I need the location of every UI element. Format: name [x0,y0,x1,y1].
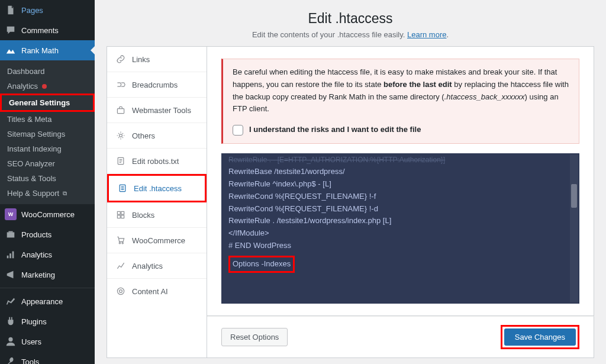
menu-label: Appearance [21,297,63,306]
menu-label: Pages [21,6,43,15]
svg-rect-0 [7,232,15,237]
menu-analytics-wc[interactable]: Analytics [0,244,95,265]
menu-products[interactable]: Products [0,224,95,244]
save-button-highlight: Save Changes [501,325,579,349]
svg-rect-16 [121,211,124,214]
tab-label: WooCommerce [132,236,185,245]
highlighted-code: Options -Indexes [228,256,295,273]
tab-label: Others [132,131,155,140]
tab-links[interactable]: Links [107,47,207,72]
tab-edit-robots[interactable]: Edit robots.txt [107,149,207,174]
blocks-icon [115,210,126,220]
submenu-instant-indexing[interactable]: Instant Indexing [0,141,95,156]
cart-icon [115,235,126,246]
marketing-icon [5,269,17,281]
menu-label: Products [21,230,51,239]
submenu-titles-meta[interactable]: Titles & Meta [0,112,95,127]
menu-label: Tools [21,357,39,365]
briefcase-icon [115,105,126,115]
menu-label: Comments [21,26,59,35]
menu-pages[interactable]: Pages [0,0,95,20]
tab-analytics[interactable]: Analytics [107,253,207,279]
tab-label: Content AI [132,287,168,296]
products-icon [5,228,17,240]
svg-point-21 [117,288,124,294]
page-header: Edit .htaccess Edit the contents of your… [95,0,606,46]
menu-comments[interactable]: Comments [0,20,95,40]
gear-icon [115,130,126,141]
menu-label: Rank Math [21,46,59,55]
analytics-icon [5,249,17,260]
svg-rect-15 [117,211,120,214]
submenu-help-support[interactable]: Help & Support⧉ [0,186,95,201]
menu-marketing[interactable]: Marketing [0,265,95,285]
svg-point-22 [120,290,123,293]
menu-label: Plugins [21,317,47,326]
main-content: Edit .htaccess Edit the contents of your… [95,0,606,364]
menu-label: Marketing [21,270,55,279]
submenu-seo-analyzer[interactable]: SEO Analyzer [0,156,95,171]
submenu-general-settings[interactable]: General Settings [0,94,95,112]
tab-label: Webmaster Tools [132,106,191,115]
page-subtitle: Edit the contents of your .htaccess file… [107,30,594,39]
menu-label: Analytics [21,250,52,259]
tab-blocks[interactable]: Blocks [107,202,207,228]
svg-rect-11 [117,109,124,114]
menu-woocommerce[interactable]: W WooCommerce [0,204,95,224]
tab-others[interactable]: Others [107,123,207,149]
content-panel: Be careful when editing the htaccess fil… [207,46,594,316]
submenu-analytics[interactable]: Analytics [0,79,95,94]
panel-footer: Reset Options Save Changes [207,316,594,358]
submenu-sitemap-settings[interactable]: Sitemap Settings [0,127,95,141]
tab-label: Blocks [132,211,154,220]
submenu-dashboard[interactable]: Dashboard [0,64,95,79]
tab-woocommerce[interactable]: WooCommerce [107,228,207,253]
svg-rect-3 [12,252,14,259]
tab-label: Edit robots.txt [132,157,179,166]
menu-appearance[interactable]: Appearance [0,291,95,311]
editor-scrollbar[interactable] [570,154,578,302]
menu-label: Users [21,337,41,346]
htaccess-editor[interactable]: RewriteRule . - [E=HTTP_AUTHORIZATION:%{… [221,153,579,304]
page-title: Edit .htaccess [107,11,594,27]
tab-breadcrumbs[interactable]: Breadcrumbs [107,72,207,98]
svg-rect-18 [121,215,124,218]
submenu-status-tools[interactable]: Status & Tools [0,171,95,186]
page-icon [5,4,17,16]
save-changes-button[interactable]: Save Changes [504,328,576,346]
svg-point-19 [119,243,120,244]
rankmath-icon [5,44,17,56]
external-link-icon: ⧉ [63,190,67,197]
warning-notice: Be careful when editing the htaccess fil… [221,59,579,144]
menu-rank-math[interactable]: Rank Math [0,40,95,60]
tab-label: Analytics [132,262,163,270]
settings-tabs: Links Breadcrumbs Webmaster Tools Others… [107,46,207,358]
tab-edit-htaccess[interactable]: Edit .htaccess [107,174,207,202]
link-icon [115,54,126,65]
risk-checkbox[interactable] [233,125,243,136]
svg-rect-2 [9,253,11,258]
menu-label: WooCommerce [21,210,75,219]
woocommerce-icon: W [5,208,17,220]
wp-admin-sidebar: Pages Comments Rank Math Dashboard Analy… [0,0,95,364]
menu-plugins[interactable]: Plugins [0,311,95,331]
tab-webmaster-tools[interactable]: Webmaster Tools [107,98,207,123]
svg-point-4 [8,337,12,342]
users-icon [5,336,17,347]
tools-icon [5,356,17,364]
menu-tools[interactable]: Tools [0,352,95,364]
reset-options-button[interactable]: Reset Options [221,328,288,346]
tab-content-ai[interactable]: Content AI [107,279,207,304]
svg-rect-1 [7,256,9,259]
svg-rect-17 [117,215,120,218]
scroll-thumb[interactable] [571,184,577,208]
plugins-icon [5,315,17,327]
chart-icon [115,260,126,271]
robots-icon [115,156,126,166]
menu-users[interactable]: Users [0,331,95,352]
tab-label: Breadcrumbs [132,80,178,89]
svg-point-20 [122,243,123,244]
notification-dot-icon [42,84,47,89]
svg-point-12 [120,134,123,137]
learn-more-link[interactable]: Learn more [407,30,446,39]
